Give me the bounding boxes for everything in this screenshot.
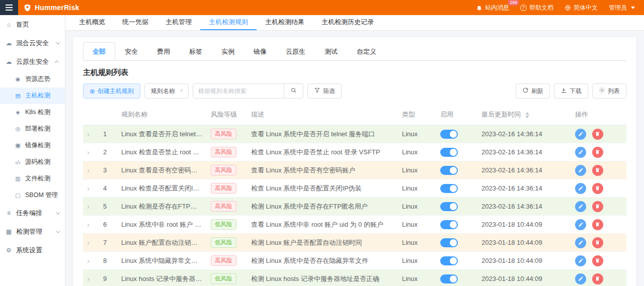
sidebar-item-k8s-detection[interactable]: ◈ K8s 检测 (0, 104, 65, 121)
hamburger-menu-icon[interactable] (0, 0, 18, 15)
ftab-security[interactable]: 安全 (115, 42, 147, 60)
updated-time: 2023-02-16 14:36:14 (477, 143, 571, 161)
tab-host-detection-history[interactable]: 主机检测历史记录 (313, 15, 382, 30)
sidebar-item-sbom[interactable]: ▢ SBOM 管理 (0, 187, 65, 204)
delete-button[interactable] (592, 273, 603, 284)
sidebar-item-source-detection[interactable]: ‹/› 源码检测 (0, 154, 65, 170)
row-expand-icon[interactable]: › (87, 130, 90, 138)
tab-host-detection-rules[interactable]: 主机检测规则 (200, 15, 257, 30)
create-rule-button[interactable]: ⊕ 创建主机规则 (83, 83, 140, 99)
tab-unified-credentials[interactable]: 统一凭据 (114, 15, 157, 30)
site-messages[interactable]: 站内消息 298 (476, 4, 509, 12)
row-expand-icon[interactable]: › (87, 256, 90, 265)
search-icon (290, 87, 297, 95)
ftab-tag[interactable]: 标签 (180, 42, 212, 60)
tab-host-overview[interactable]: 主机概览 (70, 15, 114, 30)
refresh-button[interactable]: 刷新 (516, 83, 550, 99)
edit-button[interactable] (575, 255, 586, 266)
messages-count-badge: 298 (508, 0, 519, 6)
enable-toggle[interactable] (440, 184, 458, 193)
enable-toggle[interactable] (440, 256, 458, 265)
language-switcher[interactable]: 简体中文 (565, 4, 598, 12)
delete-button[interactable] (592, 219, 603, 230)
delete-button[interactable] (592, 147, 603, 158)
edit-button[interactable] (575, 147, 586, 158)
enable-toggle[interactable] (440, 274, 458, 283)
row-expand-icon[interactable]: › (87, 238, 90, 247)
row-index: 5 (99, 198, 117, 216)
enable-toggle[interactable] (440, 238, 458, 247)
sidebar-item-hybrid-cloud-security[interactable]: ☁ 混合云安全 (0, 34, 65, 52)
edit-button[interactable] (575, 219, 586, 230)
edit-button[interactable] (575, 129, 586, 140)
col-risk-level: 风险等级 (207, 105, 247, 125)
enable-toggle[interactable] (440, 220, 458, 229)
enable-toggle[interactable] (440, 148, 458, 157)
ftab-all[interactable]: 全部 (83, 42, 115, 60)
help-docs[interactable]: ? 帮助文档 (520, 4, 553, 12)
edit-button[interactable] (575, 165, 586, 176)
search-button[interactable] (284, 83, 303, 99)
edit-button[interactable] (575, 273, 586, 284)
ftab-cost[interactable]: 费用 (147, 42, 180, 60)
col-enabled: 启用 (436, 105, 477, 125)
toolbar: ⊕ 创建主机规则 规则名称 筛选 (83, 83, 626, 99)
ftab-custom[interactable]: 自定义 (347, 42, 386, 60)
delete-button[interactable] (592, 237, 603, 248)
row-index: 6 (99, 216, 117, 234)
sidebar-item-image-detection[interactable]: ▣ 镜像检测 (0, 137, 65, 154)
ftab-cloud-native[interactable]: 云原生 (276, 42, 315, 60)
row-expand-icon[interactable]: › (87, 202, 90, 211)
download-button[interactable]: 下载 (554, 83, 588, 99)
col-last-updated[interactable]: 最后更新时间 (477, 105, 571, 125)
rule-description: 检测 Linux 系统中是否存在FTP匿名用户 (247, 198, 398, 216)
sidebar-item-cloud-native-security[interactable]: ☁ 云原生安全 (0, 52, 65, 71)
rule-name: Linux 检测是否存在FTP匿名用户 (117, 198, 207, 216)
edit-button[interactable] (575, 237, 586, 248)
row-expand-icon[interactable]: › (87, 220, 90, 229)
delete-button[interactable] (592, 255, 603, 266)
list-settings-button[interactable]: 列表 (592, 83, 626, 99)
ftab-test[interactable]: 测试 (315, 42, 347, 60)
detection-management-icon: ▦ (5, 228, 13, 235)
delete-button[interactable] (592, 129, 603, 140)
ftab-image[interactable]: 镜像 (244, 42, 276, 60)
tab-host-detection-results[interactable]: 主机检测结果 (257, 15, 313, 30)
col-rule-name: 规则名称 (117, 105, 207, 125)
row-expand-icon[interactable]: › (87, 184, 90, 193)
sidebar-item-task-orchestration[interactable]: ≡ 任务编排 (0, 204, 65, 222)
rule-name-select[interactable]: 规则名称 (144, 83, 189, 99)
delete-button[interactable] (592, 183, 603, 194)
language-label: 简体中文 (574, 4, 598, 12)
sidebar-item-resource-posture[interactable]: ◉ 资源态势 (0, 71, 65, 87)
user-menu[interactable]: 管理员 (609, 4, 635, 12)
gear-icon: ⚙ (5, 247, 13, 254)
row-expand-icon[interactable]: › (87, 274, 90, 283)
sidebar-item-host-detection[interactable]: ▤ 主机检测 (0, 87, 65, 104)
funnel-icon (314, 87, 320, 95)
sidebar: ⌂ 首页 ☁ 混合云安全 ☁ 云原生安全 ◉ 资源态势 ▤ 主机检测 ◈ K8s… (0, 15, 65, 286)
sidebar-item-file-detection[interactable]: ▥ 文件检测 (0, 170, 65, 187)
search-input[interactable] (193, 83, 284, 99)
sidebar-item-home[interactable]: ⌂ 首页 (0, 15, 65, 34)
ftab-instance[interactable]: 实例 (212, 42, 244, 60)
enable-toggle[interactable] (440, 202, 458, 211)
sidebar-item-deploy-detection[interactable]: ◎ 部署检测 (0, 121, 65, 137)
sidebar-item-system-settings[interactable]: ⚙ 系统设置 (0, 241, 65, 259)
edit-button[interactable] (575, 201, 586, 212)
brand[interactable]: HummerRisk (18, 4, 79, 12)
edit-button[interactable] (575, 183, 586, 194)
enable-toggle[interactable] (440, 166, 458, 175)
row-expand-icon[interactable]: › (87, 166, 90, 174)
rule-type: Linux (398, 234, 436, 252)
delete-button[interactable] (592, 165, 603, 176)
tab-host-management[interactable]: 主机管理 (157, 15, 200, 30)
sort-icon[interactable] (525, 112, 529, 118)
delete-button[interactable] (592, 201, 603, 212)
col-description: 描述 (247, 105, 398, 125)
row-expand-icon[interactable]: › (87, 148, 90, 156)
sidebar-item-detection-management[interactable]: ▦ 检测管理 (0, 222, 65, 241)
filter-button[interactable]: 筛选 (307, 83, 342, 99)
enable-toggle[interactable] (440, 130, 458, 139)
rule-type: Linux (398, 179, 436, 198)
